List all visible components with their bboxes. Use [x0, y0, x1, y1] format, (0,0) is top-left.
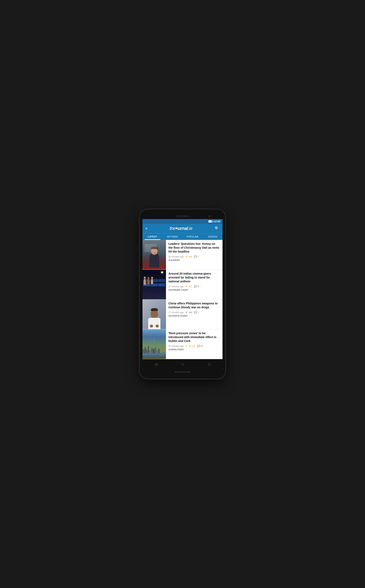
article-2-tag: #SUPREME COURT	[168, 289, 220, 291]
eye-icon: 👁	[185, 345, 188, 348]
eye-icon: 👁	[185, 285, 188, 288]
article-1-thumbnail	[142, 240, 166, 269]
article-2-comments: 💬 8	[194, 285, 199, 288]
logo-ie: .ie	[188, 226, 192, 231]
volume-up-button[interactable]	[225, 234, 226, 242]
article-3-view-count: 499	[189, 311, 192, 314]
list-item[interactable]: Around 20 Indian cinema-goers arrested f…	[142, 270, 223, 300]
list-item[interactable]: Leaders' Questions live: Kenny on the fl…	[142, 240, 223, 270]
article-1-comment-count: 7	[198, 255, 199, 258]
article-2-time: 27 minutes ago	[168, 285, 184, 288]
article-4-view-count: 16,104	[189, 345, 195, 347]
article-2-meta: 27 minutes ago 👁 941 💬 8	[168, 285, 220, 288]
phone-frame: 12:00 ≡ theurnal.ie 🔍 LATEST MY FEED POP…	[140, 209, 225, 379]
comment-icon: 💬	[197, 345, 200, 348]
hamburger-menu-icon[interactable]: ≡	[145, 227, 147, 230]
recent-apps-button[interactable]: □	[205, 361, 214, 367]
article-2-content: Around 20 Indian cinema-goers arrested f…	[166, 270, 223, 299]
status-bar: 12:00	[142, 219, 223, 224]
volume-down-button[interactable]	[225, 244, 226, 252]
article-4-comment-count: 87	[201, 345, 203, 347]
speaker	[176, 215, 189, 217]
article-1-view-count: 648	[189, 255, 192, 258]
article-4-content: 'Rent pressure zones' to be introduced w…	[166, 329, 223, 359]
article-4-headline: 'Rent pressure zones' to be introduced w…	[168, 331, 220, 343]
logo-the: the	[170, 226, 175, 231]
tab-voices[interactable]: VOICES	[203, 233, 223, 240]
phone-screen: 12:00 ≡ theurnal.ie 🔍 LATEST MY FEED POP…	[142, 219, 223, 369]
article-2-thumbnail	[142, 270, 166, 299]
tab-latest[interactable]: LATEST	[142, 233, 162, 240]
article-3-thumbnail	[142, 300, 166, 329]
tab-popular[interactable]: POPULAR	[182, 233, 203, 240]
article-2-comment-count: 8	[198, 285, 199, 288]
logo-journal: urnal	[178, 226, 188, 231]
article-4-views: 👁 16,104	[185, 345, 195, 348]
list-item[interactable]: China offers Philippines weapons to cont…	[142, 300, 223, 329]
article-4-meta: 32 minutes ago 👁 16,104 💬 87	[168, 345, 220, 348]
comment-icon: 💬	[194, 311, 197, 314]
search-icon[interactable]: 🔍	[215, 226, 220, 231]
home-button[interactable]: ○	[178, 361, 187, 367]
article-4-comments: 💬 87	[197, 345, 203, 348]
nav-tabs: LATEST MY FEED POPULAR VOICES	[142, 233, 223, 240]
news-list: Leaders' Questions live: Kenny on the fl…	[142, 240, 223, 359]
article-3-views: 👁 499	[185, 311, 192, 314]
article-1-tag: #LEADERS	[168, 259, 220, 261]
app-logo: theurnal.ie	[170, 226, 192, 231]
comment-icon: 💬	[194, 285, 197, 288]
article-4-thumbnail	[142, 329, 166, 359]
battery-fill	[209, 221, 212, 222]
article-1-views: 👁 648	[185, 255, 192, 258]
article-3-meta: 27 minutes ago 👁 499 💬 1	[168, 311, 220, 314]
article-2-headline: Around 20 Indian cinema-goers arrested f…	[168, 272, 220, 283]
article-2-view-count: 941	[189, 285, 192, 288]
article-3-comment-count: 1	[198, 311, 199, 314]
phone-bottom	[142, 370, 223, 374]
tab-my-feed[interactable]: MY FEED	[162, 233, 182, 240]
article-3-headline: China offers Philippines weapons to cont…	[168, 301, 220, 309]
phone-top-bar	[142, 213, 223, 219]
article-4-time: 32 minutes ago	[168, 345, 184, 347]
logo-dot	[176, 227, 177, 229]
status-time: 12:00	[214, 220, 220, 223]
comment-icon: 💬	[194, 255, 197, 258]
app-header: ≡ theurnal.ie 🔍	[142, 224, 223, 233]
home-indicator	[174, 371, 191, 372]
article-3-time: 27 minutes ago	[168, 311, 184, 314]
article-1-meta: 26 minutes ago 👁 648 💬 7	[168, 255, 220, 258]
front-camera	[209, 215, 210, 217]
article-2-views: 👁 941	[185, 285, 192, 288]
android-nav-bar: ◁ ○ □	[142, 359, 223, 369]
article-3-tag: #DUTERTE HARRY	[168, 315, 220, 317]
article-3-content: China offers Philippines weapons to cont…	[166, 300, 223, 329]
article-1-headline: Leaders' Questions live: Kenny on the fl…	[168, 242, 220, 254]
article-1-time: 26 minutes ago	[168, 255, 184, 258]
article-4-tag: #CRISIS POINT	[168, 349, 220, 351]
article-3-comments: 💬 1	[194, 311, 199, 314]
battery-icon	[208, 220, 212, 223]
list-item[interactable]: 'Rent pressure zones' to be introduced w…	[142, 329, 223, 359]
article-1-content: Leaders' Questions live: Kenny on the fl…	[166, 240, 223, 269]
article-1-comments: 💬 7	[194, 255, 199, 258]
eye-icon: 👁	[185, 255, 188, 258]
eye-icon: 👁	[185, 311, 188, 314]
back-button[interactable]: ◁	[151, 361, 161, 367]
